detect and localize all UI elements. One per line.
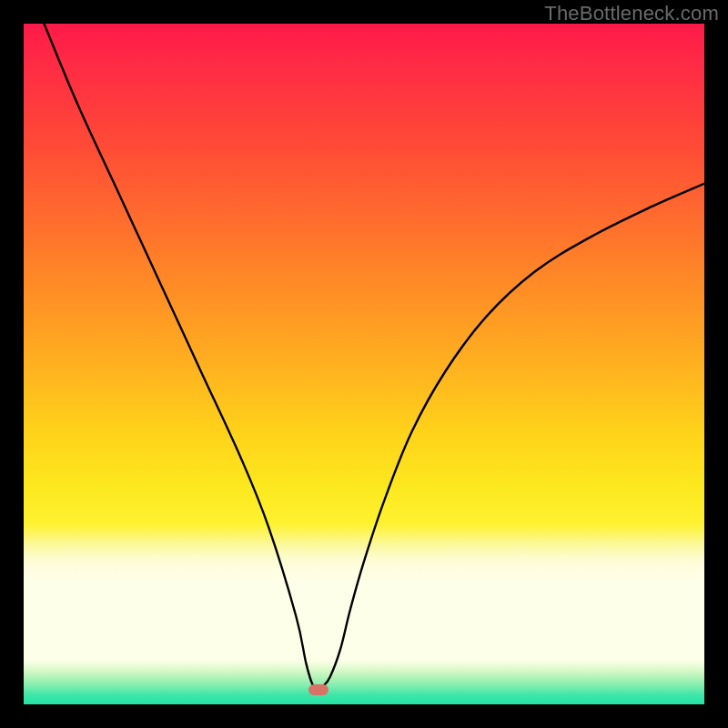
bottleneck-curve [44, 24, 704, 688]
curve-layer [24, 24, 704, 704]
plot-area [24, 24, 704, 704]
chart-frame: TheBottleneck.com [0, 0, 728, 728]
watermark-text: TheBottleneck.com [544, 2, 719, 25]
optimum-marker [308, 684, 329, 695]
